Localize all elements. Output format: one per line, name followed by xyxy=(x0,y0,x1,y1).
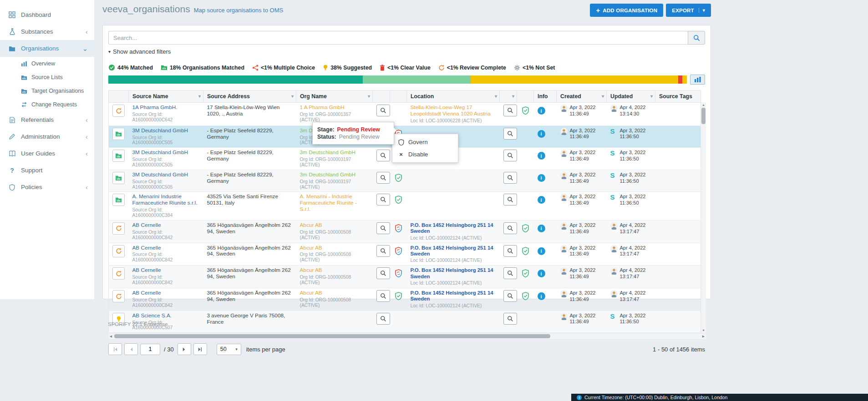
table-row[interactable]: 3M Deutschland GmbHSource Org Id: A16000… xyxy=(109,170,701,192)
prev-page-button[interactable] xyxy=(124,343,138,355)
info-icon[interactable]: i xyxy=(538,174,545,182)
location-search-button[interactable] xyxy=(503,105,517,116)
column-header-location[interactable]: Location▾ xyxy=(407,90,500,103)
info-icon[interactable]: i xyxy=(538,107,545,115)
org-shield-pending-icon[interactable] xyxy=(395,269,402,277)
chart-toggle-button[interactable] xyxy=(690,75,705,85)
sidebar-subitem-change-requests[interactable]: Change Requests xyxy=(0,98,94,111)
column-menu-caret-icon[interactable]: ▾ xyxy=(198,94,201,99)
info-icon[interactable]: i xyxy=(538,196,545,204)
sidebar-item-administration[interactable]: Administration‹ xyxy=(0,128,94,145)
column-header-source-tags[interactable]: Source Tags xyxy=(655,90,701,103)
column-header-updated[interactable]: Updated▾ xyxy=(607,90,655,103)
table-row[interactable]: A. Menarini Industrie Farmaceutiche Riun… xyxy=(109,192,701,220)
location-search-button[interactable] xyxy=(503,172,517,184)
column-menu-caret-icon[interactable]: ▾ xyxy=(291,94,294,99)
org-shield-matched-icon[interactable] xyxy=(395,292,402,300)
org-search-button[interactable] xyxy=(376,222,390,234)
location-search-button[interactable] xyxy=(503,222,517,234)
info-icon[interactable]: i xyxy=(538,247,545,255)
legend-1-not-set[interactable]: <1% Not Set xyxy=(514,65,555,71)
location-shield-matched-icon[interactable] xyxy=(522,292,529,300)
advanced-filters-toggle[interactable]: ▾ Show advanced filters xyxy=(108,48,171,55)
sidebar-item-substances[interactable]: Substances‹ xyxy=(0,23,94,40)
vertical-scroll-thumb[interactable] xyxy=(701,108,706,124)
sidebar-item-user-guides[interactable]: User Guides‹ xyxy=(0,145,94,162)
location-search-button[interactable] xyxy=(503,267,517,279)
location-search-button[interactable] xyxy=(503,194,517,206)
legend-1-clear-value[interactable]: <1% Clear Value xyxy=(380,65,431,71)
search-input[interactable] xyxy=(108,31,688,45)
last-page-button[interactable] xyxy=(193,343,207,355)
column-menu-caret-icon[interactable]: ▾ xyxy=(512,94,514,99)
location-shield-matched-icon[interactable] xyxy=(522,247,529,255)
org-search-button[interactable] xyxy=(376,290,390,302)
column-menu-caret-icon[interactable]: ▾ xyxy=(650,94,653,99)
org-search-button[interactable] xyxy=(376,267,390,279)
org-search-button[interactable] xyxy=(376,150,390,161)
table-row[interactable]: AB CernelleSource Org Id: A1600000000C84… xyxy=(109,266,701,288)
org-shield-pending-icon[interactable] xyxy=(395,224,402,232)
sidebar-item-dashboard[interactable]: Dashboard xyxy=(0,6,94,23)
legend-44-matched[interactable]: 44% Matched xyxy=(108,64,153,71)
scroll-down-arrow[interactable]: ▼ xyxy=(701,328,706,333)
sidebar-item-support[interactable]: ?Support xyxy=(0,162,94,179)
location-search-button[interactable] xyxy=(503,313,517,325)
column-header-org-name[interactable]: Org Name▾ xyxy=(296,90,373,103)
scroll-left-arrow[interactable]: ◀ xyxy=(108,334,113,339)
table-row[interactable]: AB CernelleSource Org Id: A1600000000C84… xyxy=(109,243,701,266)
search-button[interactable] xyxy=(688,31,705,45)
location-search-button[interactable] xyxy=(503,150,517,161)
sidebar-subitem-overview[interactable]: Overview xyxy=(0,57,94,70)
horizontal-scroll-thumb[interactable] xyxy=(114,334,550,338)
sidebar-subitem-source-lists[interactable]: Source Lists xyxy=(0,70,94,84)
column-menu-caret-icon[interactable]: ▾ xyxy=(368,94,370,99)
info-icon[interactable]: i xyxy=(538,225,545,232)
export-button[interactable]: EXPORT ▾ xyxy=(666,4,711,17)
org-shield-matched-icon[interactable] xyxy=(395,174,402,182)
sidebar-subitem-target-organisations[interactable]: Target Organisations xyxy=(0,84,94,98)
add-organisation-button[interactable]: + ADD ORGANISATION xyxy=(590,4,663,17)
info-icon[interactable]: i xyxy=(538,292,545,300)
column-header-info[interactable]: Info xyxy=(534,90,557,103)
table-row[interactable]: AB CernelleSource Org Id: A1600000000C84… xyxy=(109,220,701,243)
legend-18-organisations-matched[interactable]: 18% Organisations Matched xyxy=(161,65,244,71)
vertical-scrollbar[interactable]: ▲ ▼ xyxy=(701,102,706,333)
location-search-button[interactable] xyxy=(503,245,517,257)
location-shield-matched-icon[interactable] xyxy=(522,224,529,232)
info-icon[interactable]: i xyxy=(538,130,545,138)
org-search-button[interactable] xyxy=(376,245,390,257)
location-shield-matched-icon[interactable] xyxy=(522,269,529,277)
column-menu-caret-icon[interactable]: ▾ xyxy=(602,94,604,99)
sidebar-item-policies[interactable]: Policies‹ xyxy=(0,179,94,195)
legend-1-review-complete[interactable]: <1% Review Complete xyxy=(438,65,506,71)
location-search-button[interactable] xyxy=(503,290,517,302)
column-header-created[interactable]: Created▾ xyxy=(557,90,607,103)
legend-38-suggested[interactable]: 38% Suggested xyxy=(323,64,372,71)
sidebar-item-referentials[interactable]: Referentials‹ xyxy=(0,111,94,128)
sidebar-item-organisations[interactable]: Organisations⌄ xyxy=(0,40,94,57)
org-shield-matched-icon[interactable] xyxy=(395,195,402,204)
location-shield-matched-icon[interactable] xyxy=(522,106,529,115)
next-page-button[interactable] xyxy=(178,343,191,355)
page-number-input[interactable] xyxy=(140,344,160,355)
column-header-source-name[interactable]: Source Name▾ xyxy=(129,90,203,103)
column-menu-caret-icon[interactable]: ▾ xyxy=(495,94,497,99)
menu-item-disable[interactable]: ×Disable xyxy=(392,148,458,160)
org-shield-pending-icon[interactable] xyxy=(395,247,402,255)
table-row[interactable]: 1A Pharma GmbH.Source Org Id: A160000000… xyxy=(109,103,701,126)
org-search-button[interactable] xyxy=(376,313,390,325)
page-size-select[interactable]: 50 ▾ xyxy=(217,344,241,355)
horizontal-scrollbar[interactable]: ◀ ▶ xyxy=(108,334,706,339)
scroll-right-arrow[interactable]: ▶ xyxy=(701,334,706,339)
menu-item-govern[interactable]: Govern xyxy=(392,136,458,148)
info-icon[interactable]: i xyxy=(538,270,545,277)
scroll-up-arrow[interactable]: ▲ xyxy=(701,102,706,107)
column-header-source-address[interactable]: Source Address▾ xyxy=(203,90,296,103)
first-page-button[interactable] xyxy=(108,343,122,355)
legend-1-multiple-choice[interactable]: <1% Multiple Choice xyxy=(252,65,315,71)
location-search-button[interactable] xyxy=(503,128,517,140)
org-search-button[interactable] xyxy=(376,194,390,206)
table-row[interactable]: AB Science S.A.Source Org Id: A160000000… xyxy=(109,311,701,333)
org-search-button[interactable] xyxy=(376,172,390,184)
